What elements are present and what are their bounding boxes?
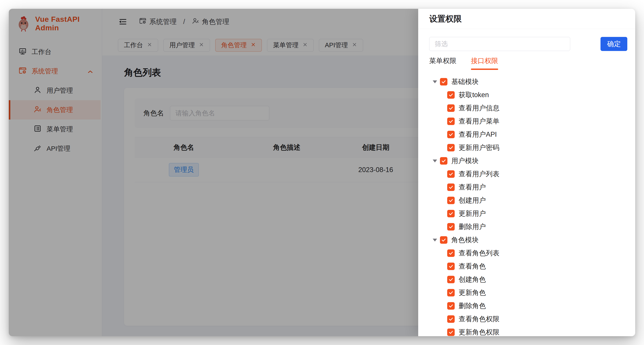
tree-node[interactable]: 用户模块 (429, 154, 627, 167)
checkbox-checked[interactable] (447, 302, 455, 310)
tree-node[interactable]: 创建角色 (429, 273, 627, 286)
tree-expand-caret-icon[interactable] (433, 239, 440, 241)
checkbox-checked[interactable] (447, 210, 455, 217)
checkbox-checked[interactable] (447, 197, 455, 204)
checkbox-checked[interactable] (447, 315, 455, 323)
tree-node-label: 删除角色 (458, 301, 486, 310)
filter-input[interactable] (429, 37, 570, 51)
checkbox-checked[interactable] (447, 276, 455, 283)
tree-node[interactable]: 查看用户 (429, 181, 627, 194)
drawer-title: 设置权限 (429, 14, 462, 24)
tree-node-label: 更新角色权限 (458, 328, 500, 336)
tree-node-label: 用户模块 (451, 156, 478, 165)
tree-node-label: 查看角色权限 (458, 314, 500, 324)
tree-node-label: 删除用户 (458, 222, 486, 231)
permission-tabs: 菜单权限接口权限 (429, 56, 627, 70)
tree-node-label: 查看角色列表 (458, 248, 500, 258)
tree-node-label: 更新角色 (458, 288, 486, 297)
perm-tab-api-perms[interactable]: 接口权限 (471, 56, 498, 70)
tree-node-label: 基础模块 (451, 77, 478, 86)
checkbox-checked[interactable] (447, 91, 455, 99)
tree-node[interactable]: 更新用户 (429, 207, 627, 220)
tree-node[interactable]: 查看角色权限 (429, 312, 627, 326)
tree-node[interactable]: 创建用户 (429, 194, 627, 207)
drawer-body: 确定 菜单权限接口权限 基础模块获取token查看用户信息查看用户菜单查看用户A… (418, 29, 635, 336)
tree-node[interactable]: 获取token (429, 88, 627, 102)
tree-node-label: 查看用户列表 (458, 169, 500, 179)
permissions-drawer: 设置权限 确定 菜单权限接口权限 基础模块获取token查看用户信息查看用户菜单… (418, 9, 635, 336)
perm-tab-menu-perms[interactable]: 菜单权限 (429, 56, 456, 70)
tree-node[interactable]: 删除角色 (429, 299, 627, 312)
tree-node-label: 创建角色 (458, 275, 486, 284)
checkbox-checked[interactable] (447, 249, 455, 257)
tree-node-label: 查看用户信息 (458, 104, 500, 113)
drawer-header: 设置权限 (418, 9, 635, 29)
checkbox-checked[interactable] (440, 157, 448, 165)
checkbox-checked[interactable] (440, 236, 448, 244)
checkbox-checked[interactable] (447, 131, 455, 138)
tree-node[interactable]: 角色模块 (429, 233, 627, 247)
tree-node[interactable]: 删除用户 (429, 220, 627, 233)
tree-node-label: 查看用户API (458, 130, 497, 139)
tree-node[interactable]: 查看角色 (429, 260, 627, 273)
tree-node[interactable]: 查看用户API (429, 128, 627, 141)
app-window: Vue FastAPI Admin 工作台系统管理用户管理角色管理菜单管理API… (9, 9, 635, 336)
checkbox-checked[interactable] (440, 78, 448, 86)
tree-node[interactable]: 更新用户密码 (429, 141, 627, 154)
checkbox-checked[interactable] (447, 263, 455, 270)
filter-row: 确定 (429, 37, 627, 51)
checkbox-checked[interactable] (447, 289, 455, 296)
confirm-button[interactable]: 确定 (600, 37, 627, 51)
checkbox-checked[interactable] (447, 328, 455, 336)
checkbox-checked[interactable] (447, 104, 455, 112)
tree-node-label: 查看用户菜单 (458, 117, 500, 126)
tree-node[interactable]: 查看用户列表 (429, 167, 627, 181)
tree-node[interactable]: 查看用户菜单 (429, 115, 627, 128)
tree-node-label: 更新用户密码 (458, 143, 500, 152)
tree-expand-caret-icon[interactable] (433, 80, 440, 83)
tree-node-label: 查看角色 (458, 262, 486, 271)
tree-node[interactable]: 更新角色权限 (429, 326, 627, 336)
checkbox-checked[interactable] (447, 118, 455, 125)
tree-node[interactable]: 基础模块 (429, 75, 627, 88)
tree-node[interactable]: 查看用户信息 (429, 102, 627, 115)
tree-node-label: 角色模块 (451, 235, 478, 245)
tree-node-label: 查看用户 (458, 183, 486, 192)
permission-tree: 基础模块获取token查看用户信息查看用户菜单查看用户API更新用户密码用户模块… (429, 75, 627, 336)
tree-node-label: 更新用户 (458, 209, 486, 218)
checkbox-checked[interactable] (447, 223, 455, 230)
tree-node[interactable]: 更新角色 (429, 286, 627, 299)
tree-node-label: 创建用户 (458, 196, 486, 205)
checkbox-checked[interactable] (447, 144, 455, 151)
tree-expand-caret-icon[interactable] (433, 160, 440, 162)
checkbox-checked[interactable] (447, 170, 455, 178)
tree-node-label: 获取token (458, 90, 489, 100)
tree-node[interactable]: 查看角色列表 (429, 247, 627, 260)
checkbox-checked[interactable] (447, 183, 455, 191)
